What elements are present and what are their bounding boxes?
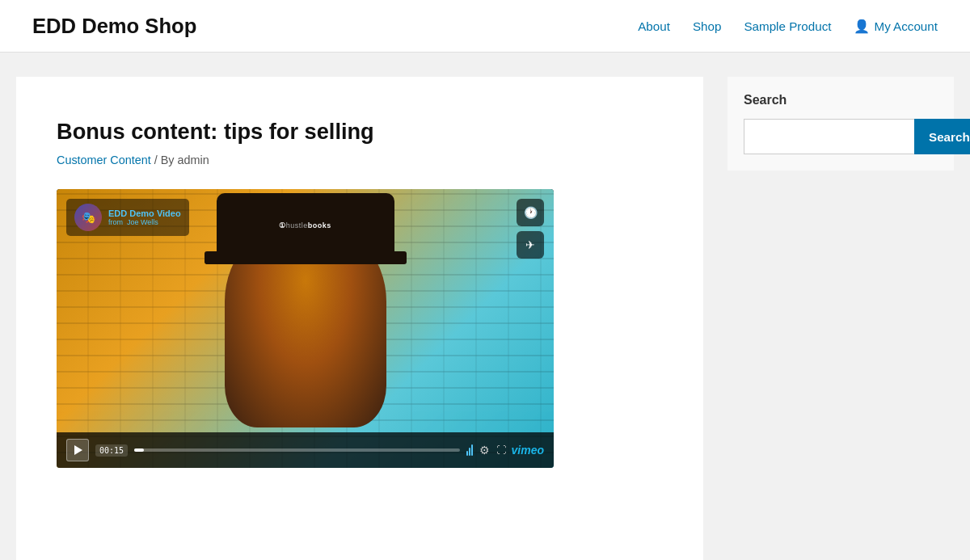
progress-fill xyxy=(134,448,144,452)
video-avatar: 🎭 xyxy=(74,204,102,231)
post-meta-separator: / By xyxy=(151,154,178,166)
video-title: EDD Demo Video xyxy=(108,208,181,218)
nav-my-account-label: My Account xyxy=(874,19,938,33)
video-from-label: from xyxy=(108,218,123,226)
search-widget-title: Search xyxy=(744,93,938,107)
site-header: EDD Demo Shop About Shop Sample Product … xyxy=(0,0,970,53)
post-category-link[interactable]: Customer Content xyxy=(57,154,151,166)
nav-sample-product[interactable]: Sample Product xyxy=(744,19,831,33)
sidebar: Search Search xyxy=(728,77,954,560)
video-icons-right: 🕐 ✈ xyxy=(517,199,544,259)
play-icon xyxy=(74,445,82,455)
vol-bar-1 xyxy=(466,451,468,456)
clock-icon-btn[interactable]: 🕐 xyxy=(517,199,544,226)
hat-text: ①hustlebooks xyxy=(279,221,331,229)
post-author: admin xyxy=(178,154,209,166)
main-area: Bonus content: tips for selling Customer… xyxy=(16,77,703,560)
vol-bar-3 xyxy=(471,444,473,456)
nav-about[interactable]: About xyxy=(638,19,670,33)
video-from: from Joe Wells xyxy=(108,218,181,226)
person-figure: ①hustlebooks xyxy=(225,217,386,427)
search-widget: Search Search xyxy=(728,77,954,171)
search-form: Search xyxy=(744,119,938,154)
vol-bar-2 xyxy=(469,448,470,456)
video-container[interactable]: ①hustlebooks 🎭 EDD Demo Video from Joe W… xyxy=(57,189,554,468)
site-content: Bonus content: tips for selling Customer… xyxy=(0,53,970,560)
search-input[interactable] xyxy=(744,119,914,154)
video-controls: 00:15 ⚙ ⛶ vimeo xyxy=(57,432,554,468)
person-icon: 👤 xyxy=(854,19,870,34)
post-meta: Customer Content / By admin xyxy=(57,154,663,166)
play-button[interactable] xyxy=(66,439,89,461)
video-creator: Joe Wells xyxy=(127,218,158,226)
hat: ①hustlebooks xyxy=(217,193,394,258)
volume-icon xyxy=(466,444,473,456)
time-display: 00:15 xyxy=(95,444,128,457)
expand-icon[interactable]: ⛶ xyxy=(496,444,505,456)
video-overlay-info: 🎭 EDD Demo Video from Joe Wells xyxy=(66,199,189,236)
send-icon-btn[interactable]: ✈ xyxy=(517,231,544,259)
progress-bar[interactable] xyxy=(134,448,459,452)
site-nav: About Shop Sample Product 👤 My Account xyxy=(638,19,938,34)
post-title: Bonus content: tips for selling xyxy=(57,117,663,145)
video-title-box: EDD Demo Video from Joe Wells xyxy=(108,208,181,226)
search-button[interactable]: Search xyxy=(914,119,970,154)
video-background: ①hustlebooks 🎭 EDD Demo Video from Joe W… xyxy=(57,189,554,468)
settings-icon[interactable]: ⚙ xyxy=(479,444,490,457)
nav-my-account[interactable]: 👤 My Account xyxy=(854,19,938,34)
site-title: EDD Demo Shop xyxy=(32,15,196,38)
vimeo-logo: vimeo xyxy=(512,444,544,457)
nav-shop[interactable]: Shop xyxy=(693,19,721,33)
